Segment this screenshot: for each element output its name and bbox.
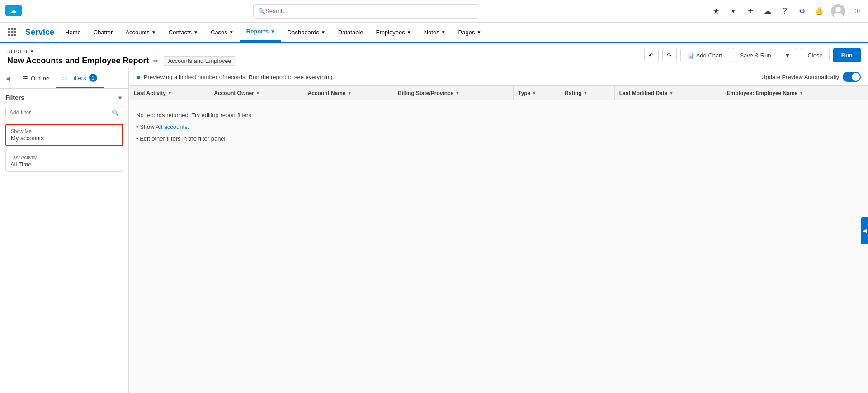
col-type[interactable]: Type▼ [514, 86, 560, 100]
add-filter-search[interactable]: 🔍 [5, 106, 123, 119]
collapse-panel-button[interactable]: ◀ [0, 68, 16, 88]
cases-chevron-icon: ▼ [229, 30, 234, 35]
pages-chevron-icon: ▼ [476, 30, 481, 35]
filter-icon: ☷ [62, 75, 67, 81]
nav-contacts[interactable]: Contacts▼ [162, 23, 204, 42]
left-panel: ◀ ☰ Outline ☷ Filters 1 Filters ▼ 🔍 [0, 68, 129, 393]
table-container: Last Activity▼ Account Owner▼ Account Na… [129, 86, 868, 393]
nav-reports[interactable]: Reports▼ [240, 23, 281, 42]
nav-dashboards[interactable]: Dashboards▼ [281, 23, 332, 42]
undo-button[interactable]: ↶ [644, 48, 659, 62]
star-icon[interactable]: ★ [711, 6, 722, 17]
preview-dot-icon: ● [136, 72, 141, 82]
nav-notes[interactable]: Notes▼ [418, 23, 452, 42]
no-records-text: No records returned. Try editing report … [136, 109, 861, 121]
nav-employees[interactable]: Employees▼ [369, 23, 417, 42]
report-header-left: REPORT ▼ New Accounts and Employee Repor… [7, 49, 236, 66]
svg-rect-12 [11, 34, 14, 36]
svg-rect-9 [11, 31, 14, 33]
save-group: Save & Run ▼ [733, 48, 797, 62]
report-label: REPORT ▼ [7, 49, 236, 54]
nav-bar: Service Home Chatter Accounts▼ Contacts▼… [0, 23, 868, 43]
avatar[interactable] [831, 4, 845, 19]
svg-rect-7 [14, 28, 16, 30]
top-bar-right: ★ ▼ + ☁ ? ⚙ 🔔 ⓘ [711, 4, 863, 19]
notes-chevron-icon: ▼ [441, 30, 446, 35]
cloud-icon[interactable]: ☁ [762, 6, 773, 17]
right-edge-toggle[interactable]: ◀ [861, 217, 868, 244]
tab-outline[interactable]: ☰ Outline [16, 68, 56, 88]
add-filter-input[interactable] [9, 109, 109, 116]
report-type-badge: Accounts and Employee [163, 56, 236, 66]
nav-pages[interactable]: Pages▼ [452, 23, 488, 42]
nav-datatable[interactable]: Datatable [332, 23, 370, 42]
tab-filters[interactable]: ☷ Filters 1 [56, 68, 103, 88]
col-last-modified-date-chevron: ▼ [669, 91, 673, 95]
col-account-owner[interactable]: Account Owner▼ [209, 86, 303, 100]
top-bar: ☁ 🔍 ★ ▼ + ☁ ? ⚙ 🔔 ⓘ [0, 0, 868, 23]
report-header-right: ↶ ↷ 📊 Add Chart Save & Run ▼ Close Run [644, 48, 861, 66]
gear-icon[interactable]: ⚙ [797, 6, 807, 17]
col-last-modified-date[interactable]: Last Modified Date▼ [614, 86, 722, 100]
preview-banner: ● Previewing a limited number of records… [129, 68, 868, 86]
filter-search-icon: 🔍 [112, 109, 119, 116]
save-run-button[interactable]: Save & Run [733, 48, 778, 62]
table-header-row: Last Activity▼ Account Owner▼ Account Na… [129, 86, 868, 100]
report-dropdown-icon[interactable]: ▼ [30, 49, 34, 54]
filters-dropdown-icon[interactable]: ▼ [117, 95, 123, 101]
global-search-box[interactable]: 🔍 [253, 4, 479, 19]
svg-rect-8 [8, 31, 10, 33]
close-button[interactable]: Close [801, 48, 829, 62]
edit-icon[interactable]: ✏ [153, 57, 158, 64]
info-icon[interactable]: ⓘ [852, 6, 863, 17]
filters-section-title: Filters [5, 94, 24, 101]
svg-rect-11 [8, 34, 10, 36]
filter-last-activity-label: Last Activity [10, 155, 118, 160]
preview-text: ● Previewing a limited number of records… [136, 72, 334, 82]
filters-section: Filters ▼ 🔍 Show Me My accounts Last Act… [0, 89, 128, 393]
chevron-down-icon[interactable]: ▼ [728, 6, 739, 17]
svg-rect-13 [14, 34, 16, 36]
col-employee-name[interactable]: Employee: Employee Name▼ [722, 86, 868, 100]
col-type-chevron: ▼ [532, 91, 536, 95]
no-records-bullet1: • Show All accounts. [136, 121, 861, 133]
report-title: New Accounts and Employee Report [7, 56, 149, 66]
filter-last-activity-value: All Time [10, 161, 118, 168]
panel-tabs: ◀ ☰ Outline ☷ Filters 1 [0, 68, 128, 89]
filter-show-me[interactable]: Show Me My accounts [5, 124, 123, 146]
col-billing-state[interactable]: Billing State/Province▼ [393, 86, 514, 100]
add-icon[interactable]: + [745, 6, 756, 17]
report-table: Last Activity▼ Account Owner▼ Account Na… [129, 86, 868, 100]
auto-preview-toggle[interactable] [843, 72, 861, 82]
redo-button[interactable]: ↷ [662, 48, 677, 62]
run-button[interactable]: Run [833, 48, 861, 62]
col-rating[interactable]: Rating▼ [560, 86, 615, 100]
svg-rect-5 [8, 28, 10, 30]
bell-icon[interactable]: 🔔 [814, 6, 825, 17]
help-icon[interactable]: ? [779, 6, 790, 17]
search-icon: 🔍 [258, 8, 265, 14]
chart-icon: 📊 [687, 52, 694, 59]
auto-preview: Update Preview Automatically [761, 72, 861, 82]
col-account-name[interactable]: Account Name▼ [303, 86, 393, 100]
add-chart-button[interactable]: 📊 Add Chart [680, 48, 730, 62]
col-account-owner-chevron: ▼ [256, 91, 260, 95]
report-header: REPORT ▼ New Accounts and Employee Repor… [0, 43, 868, 68]
all-accounts-link[interactable]: All accounts. [156, 123, 189, 130]
nav-accounts[interactable]: Accounts▼ [119, 23, 162, 42]
app-launcher-icon[interactable] [4, 23, 21, 42]
filter-last-activity[interactable]: Last Activity All Time [5, 151, 123, 172]
search-input[interactable] [265, 8, 474, 14]
reports-chevron-icon: ▼ [270, 29, 275, 34]
col-billing-state-chevron: ▼ [455, 91, 459, 95]
filter-count-badge: 1 [89, 74, 97, 82]
accounts-chevron-icon: ▼ [151, 30, 156, 35]
col-last-activity[interactable]: Last Activity▼ [129, 86, 209, 100]
save-dropdown-button[interactable]: ▼ [778, 48, 797, 62]
no-records-bullet2: • Edit other filters in the filter panel… [136, 133, 861, 145]
nav-home[interactable]: Home [59, 23, 87, 42]
nav-cases[interactable]: Cases▼ [204, 23, 240, 42]
filters-header: Filters ▼ [5, 94, 123, 101]
nav-chatter[interactable]: Chatter [87, 23, 119, 42]
filter-show-me-value: My accounts [11, 135, 118, 142]
